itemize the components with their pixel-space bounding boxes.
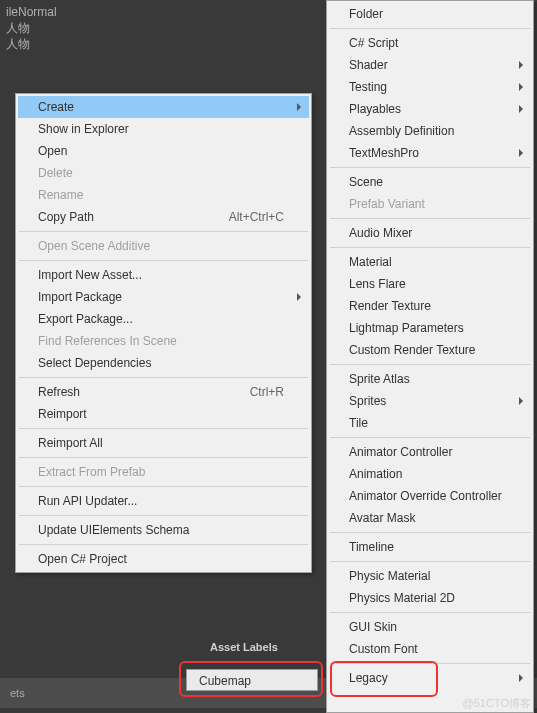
menu-label: Sprites — [349, 394, 386, 408]
menu-show-in-explorer[interactable]: Show in Explorer — [18, 118, 309, 140]
menu-material[interactable]: Material — [329, 251, 531, 273]
menu-shader[interactable]: Shader — [329, 54, 531, 76]
menu-label: TextMeshPro — [349, 146, 419, 160]
menu-separator — [19, 544, 308, 545]
menu-label: Animation — [349, 467, 402, 481]
project-context-menu: Create Show in Explorer Open Delete Rena… — [15, 93, 312, 573]
menu-avatar-mask[interactable]: Avatar Mask — [329, 507, 531, 529]
menu-label: Physics Material 2D — [349, 591, 455, 605]
submenu-arrow-icon — [519, 61, 523, 69]
menu-animator-controller[interactable]: Animator Controller — [329, 441, 531, 463]
menu-custom-font[interactable]: Custom Font — [329, 638, 531, 660]
menu-scene[interactable]: Scene — [329, 171, 531, 193]
menu-open-csharp-project[interactable]: Open C# Project — [18, 548, 309, 570]
menu-label: Testing — [349, 80, 387, 94]
cubemap-dropdown[interactable]: Cubemap — [186, 669, 318, 691]
menu-separator — [330, 364, 530, 365]
menu-select-dependencies[interactable]: Select Dependencies — [18, 352, 309, 374]
menu-csharp-script[interactable]: C# Script — [329, 32, 531, 54]
menu-separator — [19, 486, 308, 487]
tree-item[interactable]: 人物 — [0, 36, 57, 52]
menu-label: Custom Render Texture — [349, 343, 476, 357]
menu-tile[interactable]: Tile — [329, 412, 531, 434]
menu-label: Extract From Prefab — [38, 465, 145, 479]
menu-separator — [19, 515, 308, 516]
submenu-arrow-icon — [519, 397, 523, 405]
menu-testing[interactable]: Testing — [329, 76, 531, 98]
menu-import-package[interactable]: Import Package — [18, 286, 309, 308]
menu-label: Physic Material — [349, 569, 430, 583]
menu-label: Import Package — [38, 290, 122, 304]
menu-label: Import New Asset... — [38, 268, 142, 282]
menu-separator — [330, 612, 530, 613]
menu-label: Folder — [349, 7, 383, 21]
shortcut-label: Ctrl+R — [250, 385, 284, 399]
menu-separator — [19, 377, 308, 378]
menu-lens-flare[interactable]: Lens Flare — [329, 273, 531, 295]
menu-label: Export Package... — [38, 312, 133, 326]
menu-label: Open — [38, 144, 67, 158]
menu-prefab-variant: Prefab Variant — [329, 193, 531, 215]
menu-separator — [330, 28, 530, 29]
menu-separator — [330, 247, 530, 248]
menu-reimport[interactable]: Reimport — [18, 403, 309, 425]
menu-timeline[interactable]: Timeline — [329, 536, 531, 558]
menu-label: Lens Flare — [349, 277, 406, 291]
submenu-arrow-icon — [297, 103, 301, 111]
submenu-arrow-icon — [519, 83, 523, 91]
menu-animator-override-controller[interactable]: Animator Override Controller — [329, 485, 531, 507]
menu-label: Find References In Scene — [38, 334, 177, 348]
menu-physics-material-2d[interactable]: Physics Material 2D — [329, 587, 531, 609]
menu-separator — [330, 218, 530, 219]
menu-extract-from-prefab: Extract From Prefab — [18, 461, 309, 483]
menu-label: Sprite Atlas — [349, 372, 410, 386]
menu-sprite-atlas[interactable]: Sprite Atlas — [329, 368, 531, 390]
menu-export-package[interactable]: Export Package... — [18, 308, 309, 330]
menu-label: Animator Controller — [349, 445, 452, 459]
menu-render-texture[interactable]: Render Texture — [329, 295, 531, 317]
menu-label: Copy Path — [38, 210, 94, 224]
menu-label: Reimport — [38, 407, 87, 421]
menu-label: Tile — [349, 416, 368, 430]
menu-label: Reimport All — [38, 436, 103, 450]
menu-import-new-asset[interactable]: Import New Asset... — [18, 264, 309, 286]
menu-reimport-all[interactable]: Reimport All — [18, 432, 309, 454]
menu-label: Refresh — [38, 385, 80, 399]
menu-label: Open C# Project — [38, 552, 127, 566]
tree-item[interactable]: 人物 — [0, 20, 57, 36]
menu-separator — [19, 428, 308, 429]
menu-playables[interactable]: Playables — [329, 98, 531, 120]
menu-separator — [19, 260, 308, 261]
menu-run-api-updater[interactable]: Run API Updater... — [18, 490, 309, 512]
menu-assembly-definition[interactable]: Assembly Definition — [329, 120, 531, 142]
menu-label: Custom Font — [349, 642, 418, 656]
menu-physic-material[interactable]: Physic Material — [329, 565, 531, 587]
menu-label: Assembly Definition — [349, 124, 454, 138]
menu-separator — [19, 231, 308, 232]
menu-separator — [330, 437, 530, 438]
menu-animation[interactable]: Animation — [329, 463, 531, 485]
menu-create[interactable]: Create — [18, 96, 309, 118]
tree-item[interactable]: ileNormal — [0, 4, 57, 20]
menu-legacy[interactable]: Legacy — [329, 667, 531, 689]
menu-copy-path[interactable]: Copy Path Alt+Ctrl+C — [18, 206, 309, 228]
menu-refresh[interactable]: Refresh Ctrl+R — [18, 381, 309, 403]
menu-sprites[interactable]: Sprites — [329, 390, 531, 412]
menu-lightmap-parameters[interactable]: Lightmap Parameters — [329, 317, 531, 339]
menu-separator — [330, 167, 530, 168]
menu-textmeshpro[interactable]: TextMeshPro — [329, 142, 531, 164]
menu-gui-skin[interactable]: GUI Skin — [329, 616, 531, 638]
submenu-arrow-icon — [519, 674, 523, 682]
menu-folder[interactable]: Folder — [329, 3, 531, 25]
menu-audio-mixer[interactable]: Audio Mixer — [329, 222, 531, 244]
submenu-arrow-icon — [519, 149, 523, 157]
menu-open[interactable]: Open — [18, 140, 309, 162]
menu-rename: Rename — [18, 184, 309, 206]
menu-label: Prefab Variant — [349, 197, 425, 211]
menu-find-references: Find References In Scene — [18, 330, 309, 352]
menu-label: Timeline — [349, 540, 394, 554]
menu-label: Create — [38, 100, 74, 114]
menu-label: C# Script — [349, 36, 398, 50]
menu-custom-render-texture[interactable]: Custom Render Texture — [329, 339, 531, 361]
menu-update-uielements-schema[interactable]: Update UIElements Schema — [18, 519, 309, 541]
